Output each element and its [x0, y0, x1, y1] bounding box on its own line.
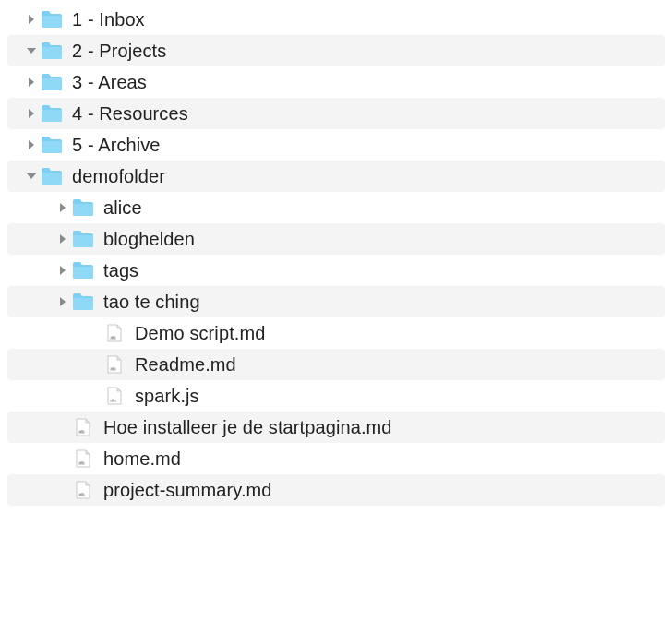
chevron-right-icon[interactable] [24, 12, 39, 27]
file-tree: 1 - Inbox 2 - Projects 3 - Areas 4 - Res… [7, 4, 665, 506]
item-label: alice [103, 197, 142, 219]
item-label: demofolder [72, 166, 165, 187]
svg-text:MD: MD [111, 336, 114, 340]
item-label: spark.js [135, 386, 199, 407]
item-label: project-summary.md [103, 480, 272, 501]
item-label: 2 - Projects [72, 41, 166, 62]
disclosure-chevron [87, 326, 102, 340]
item-label: tags [103, 260, 138, 281]
markdown-file-icon: MD [72, 417, 94, 437]
folder-icon [41, 166, 63, 186]
item-label: tao te ching [103, 292, 200, 313]
folder-icon [72, 292, 94, 312]
tree-row[interactable]: demofolder [7, 161, 665, 192]
chevron-right-icon[interactable] [55, 263, 70, 278]
chevron-right-icon[interactable] [55, 232, 70, 246]
item-label: Demo script.md [135, 323, 265, 344]
item-label: bloghelden [103, 229, 195, 250]
tree-row[interactable]: MD project-summary.md [7, 474, 665, 506]
chevron-right-icon[interactable] [55, 200, 70, 215]
disclosure-chevron [87, 357, 102, 372]
chevron-down-icon[interactable] [24, 43, 39, 58]
chevron-right-icon[interactable] [55, 294, 70, 309]
disclosure-chevron [55, 451, 70, 466]
markdown-file-icon: MD [103, 354, 126, 375]
disclosure-chevron [55, 483, 70, 497]
tree-row[interactable]: MD Readme.md [7, 349, 665, 380]
folder-icon [72, 260, 94, 281]
markdown-file-icon: MD [72, 448, 94, 469]
folder-icon [41, 9, 63, 30]
markdown-file-icon: MD [72, 480, 94, 500]
folder-icon [72, 197, 94, 218]
item-label: 5 - Archive [72, 135, 161, 156]
tree-row[interactable]: MD Hoe installeer je de startpagina.md [7, 412, 665, 443]
svg-text:MD: MD [79, 493, 83, 496]
chevron-right-icon[interactable] [24, 106, 39, 121]
tree-row[interactable]: 4 - Resources [7, 98, 665, 129]
chevron-right-icon[interactable] [24, 137, 39, 152]
folder-icon [41, 41, 63, 61]
disclosure-chevron [55, 420, 70, 435]
item-label: Readme.md [135, 354, 236, 376]
folder-icon [41, 103, 63, 124]
tree-row[interactable]: JS spark.js [7, 380, 665, 412]
svg-text:MD: MD [111, 367, 114, 371]
tree-row[interactable]: tags [7, 255, 665, 286]
item-label: 1 - Inbox [72, 9, 145, 30]
chevron-down-icon[interactable] [24, 169, 39, 184]
disclosure-chevron [87, 388, 102, 403]
tree-row[interactable]: 5 - Archive [7, 129, 665, 161]
item-label: 3 - Areas [72, 72, 147, 93]
tree-row[interactable]: 2 - Projects [7, 35, 665, 66]
item-label: 4 - Resources [72, 103, 188, 125]
tree-row[interactable]: bloghelden [7, 223, 665, 255]
folder-icon [41, 72, 63, 92]
folder-icon [72, 229, 94, 249]
svg-text:JS: JS [112, 399, 114, 402]
tree-row[interactable]: 1 - Inbox [7, 4, 665, 35]
tree-row[interactable]: alice [7, 192, 665, 223]
tree-row[interactable]: MD Demo script.md [7, 317, 665, 349]
chevron-right-icon[interactable] [24, 75, 39, 90]
tree-row[interactable]: tao te ching [7, 286, 665, 317]
js-file-icon: JS [103, 386, 126, 406]
markdown-file-icon: MD [103, 323, 126, 343]
item-label: Hoe installeer je de startpagina.md [103, 417, 392, 438]
svg-text:MD: MD [79, 461, 83, 465]
tree-row[interactable]: 3 - Areas [7, 66, 665, 98]
svg-text:MD: MD [79, 430, 83, 434]
item-label: home.md [103, 448, 181, 470]
folder-icon [41, 135, 63, 155]
tree-row[interactable]: MD home.md [7, 443, 665, 474]
